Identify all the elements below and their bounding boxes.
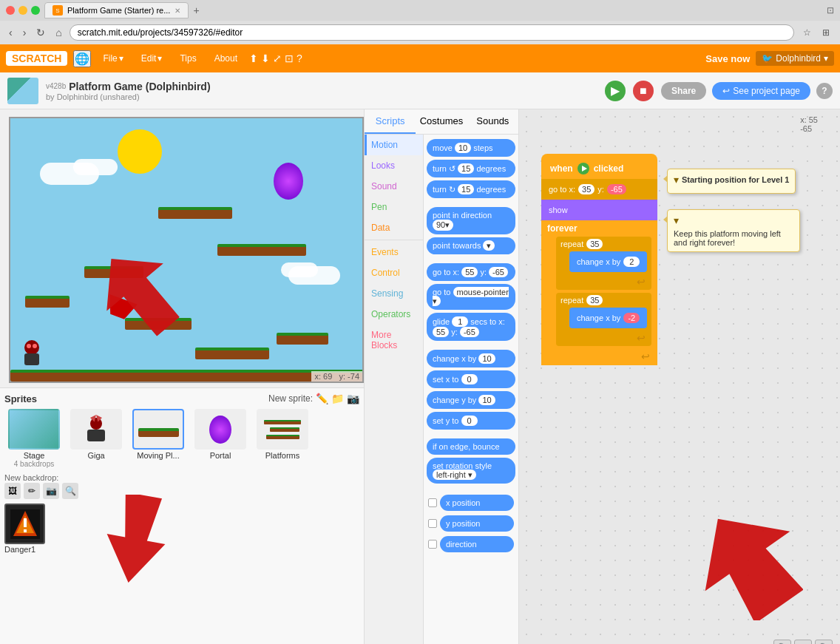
category-events[interactable]: Events xyxy=(365,242,423,262)
left-panel: x: 69 y: -74 Sprites New sprite: ✏️ 📁 📷 xyxy=(0,109,364,644)
tab-close-btn[interactable]: ✕ xyxy=(175,7,180,15)
change-y-block[interactable]: change y by 10 xyxy=(427,391,515,409)
fullscreen-icon[interactable]: ⤢ xyxy=(273,52,282,64)
category-motion[interactable]: Motion xyxy=(365,135,423,155)
tab-scripts[interactable]: Scripts xyxy=(365,109,416,134)
camera-backdrop-btn[interactable]: 📷 xyxy=(43,483,59,499)
forever-block[interactable]: forever repeat 35 change x by 2 ↩ xyxy=(541,220,657,365)
stage-sprite-item[interactable]: Stage 4 backdrops xyxy=(4,409,64,468)
workspace-coords: x: 55 -65 xyxy=(800,115,818,133)
x-position-checkbox[interactable] xyxy=(428,498,437,507)
tab-sounds[interactable]: Sounds xyxy=(467,109,518,134)
upload-backdrop-btn[interactable]: ✏ xyxy=(24,483,40,499)
direction-block[interactable]: direction xyxy=(440,536,514,552)
platform-4 xyxy=(25,296,70,308)
giga-sprite-item[interactable]: Giga xyxy=(67,409,126,468)
when-flag-clicked-block[interactable]: when clicked xyxy=(541,154,657,179)
download-icon[interactable]: ⬇ xyxy=(261,52,270,64)
help-nav-icon[interactable]: ? xyxy=(297,52,302,64)
change-x-block[interactable]: change x by 10 xyxy=(427,350,515,367)
forward-btn[interactable]: › xyxy=(20,25,30,40)
close-window-btn[interactable] xyxy=(6,6,15,15)
paint-sprite-btn[interactable]: ✏️ xyxy=(316,393,328,404)
green-flag-icon xyxy=(578,163,589,174)
platforms-sprite-item[interactable]: Platforms xyxy=(253,409,312,468)
tab-title: Platform Game (Starter) re... xyxy=(67,6,170,15)
language-btn[interactable]: 🌐 xyxy=(73,50,91,67)
stop-btn[interactable]: ■ xyxy=(633,81,654,101)
tooltip-title-1: Starting position for Level 1 xyxy=(682,175,789,184)
scratch-logo[interactable]: SCRATCH xyxy=(6,51,67,66)
platform-7 xyxy=(277,333,328,345)
sprites-header: Sprites New sprite: ✏️ 📁 📷 xyxy=(4,393,359,404)
category-pen[interactable]: Pen xyxy=(365,197,423,217)
move-steps-block[interactable]: move 10 steps xyxy=(427,139,515,157)
turn-cw-block[interactable]: turn ↻ 15 degrees xyxy=(427,180,515,198)
rotation-style-block[interactable]: set rotation style left-right ▾ xyxy=(427,458,515,484)
goto-pointer-block[interactable]: go to mouse-pointer ▾ xyxy=(427,284,515,310)
tab-costumes[interactable]: Costumes xyxy=(416,109,467,134)
traffic-lights xyxy=(6,6,40,15)
bounce-block[interactable]: if on edge, bounce xyxy=(427,438,515,455)
stage-canvas[interactable]: x: 69 y: -74 xyxy=(9,117,364,383)
set-y-block[interactable]: set y to 0 xyxy=(427,412,515,430)
fullscreen-window-btn[interactable] xyxy=(31,6,40,15)
paint-backdrop-btn[interactable]: 🖼 xyxy=(4,483,21,499)
x-position-block[interactable]: x position xyxy=(440,495,514,511)
y-position-checkbox[interactable] xyxy=(428,519,437,528)
home-btn[interactable]: ⌂ xyxy=(52,25,64,40)
upload-sprite-btn[interactable]: 📁 xyxy=(331,393,344,404)
star-btn[interactable]: ☆ xyxy=(799,24,815,41)
see-project-btn[interactable]: ↩ See project page xyxy=(712,82,810,100)
edit-menu[interactable]: Edit▾ xyxy=(135,50,169,67)
moving-platform-sprite-item[interactable]: Moving Pl... xyxy=(129,409,188,468)
see-project-icon: ↩ xyxy=(722,86,730,96)
scripts-workspace[interactable]: x: 55 -65 when clicked xyxy=(519,109,840,644)
repeat2-block[interactable]: repeat 35 change x by -2 ↩ xyxy=(556,293,651,346)
browser-tab[interactable]: S Platform Game (Starter) re... ✕ xyxy=(44,2,189,18)
help-btn[interactable]: ? xyxy=(816,83,833,99)
point-direction-block[interactable]: point in direction 90▾ xyxy=(427,207,515,234)
set-x-block[interactable]: set x to 0 xyxy=(427,370,515,388)
project-title-input[interactable] xyxy=(69,81,254,92)
category-data[interactable]: Data xyxy=(365,217,423,238)
upload-icon[interactable]: ⬆ xyxy=(249,52,258,64)
category-more-blocks[interactable]: More Blocks xyxy=(365,325,423,356)
category-looks[interactable]: Looks xyxy=(365,155,423,176)
tips-menu[interactable]: Tips xyxy=(174,50,202,67)
glide-block[interactable]: glide 1 secs to x: 55 y: -65 xyxy=(427,313,515,341)
new-tab-btn[interactable]: + xyxy=(193,4,199,16)
minimize-window-btn[interactable] xyxy=(18,6,27,15)
change-x2-block[interactable]: change x by -2 xyxy=(569,308,647,328)
category-sound[interactable]: Sound xyxy=(365,176,423,197)
repeat1-block[interactable]: repeat 35 change x by 2 ↩ xyxy=(556,237,651,290)
y-position-block[interactable]: y position xyxy=(440,515,514,532)
back-btn[interactable]: ‹ xyxy=(6,25,16,40)
camera-sprite-btn[interactable]: 📷 xyxy=(347,393,359,404)
portal-sprite-item[interactable]: Portal xyxy=(191,409,250,468)
user-menu[interactable]: 🐦 Dolphinbird ▾ xyxy=(756,51,834,66)
turn-ccw-block[interactable]: turn ↺ 15 degrees xyxy=(427,160,515,177)
show-block[interactable]: show xyxy=(541,200,657,220)
moving-platform-sprite-name: Moving Pl... xyxy=(137,451,179,460)
share-btn[interactable]: Share xyxy=(661,82,706,100)
save-now-btn[interactable]: Save now xyxy=(705,53,750,64)
category-operators[interactable]: Operators xyxy=(365,304,423,325)
direction-checkbox[interactable] xyxy=(428,540,437,549)
green-flag-btn[interactable]: ▶ xyxy=(605,81,626,101)
search-backdrop-btn[interactable]: 🔍 xyxy=(62,483,78,499)
category-control[interactable]: Control xyxy=(365,262,423,283)
goto-xy-block[interactable]: go to x: 55 y: -65 xyxy=(427,263,515,281)
file-menu[interactable]: File▾ xyxy=(97,50,129,67)
user-label: Dolphinbird xyxy=(776,53,821,64)
danger-backdrop-item[interactable]: Danger1 xyxy=(4,504,78,555)
change-x1-block[interactable]: change x by 2 xyxy=(569,251,647,272)
category-sensing[interactable]: Sensing xyxy=(365,283,423,304)
bookmark-btn[interactable]: ⊞ xyxy=(818,24,834,41)
address-bar[interactable] xyxy=(70,24,794,41)
goto-xy-script-block[interactable]: go to x: 35 y: -65 xyxy=(541,179,657,200)
camera-icon[interactable]: ⊡ xyxy=(285,52,294,64)
about-menu[interactable]: About xyxy=(209,50,243,67)
reload-btn[interactable]: ↻ xyxy=(33,25,48,40)
point-towards-block[interactable]: point towards ▾ xyxy=(427,237,515,254)
